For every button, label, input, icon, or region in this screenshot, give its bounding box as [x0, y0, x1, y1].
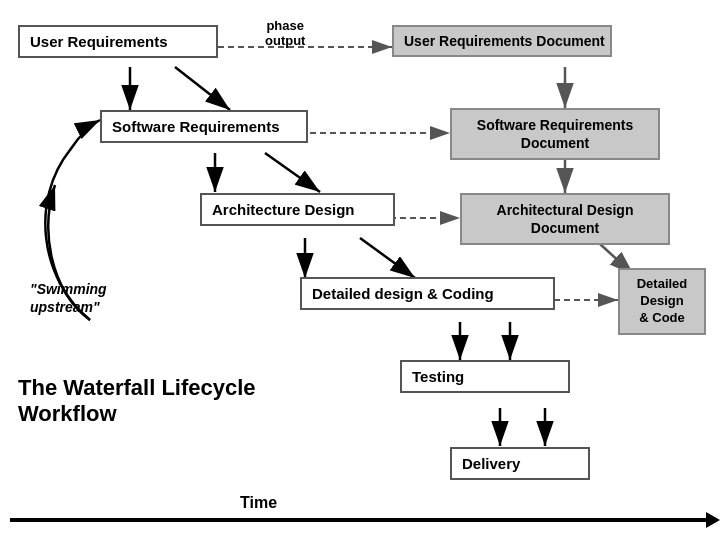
- svg-line-11: [360, 238, 415, 278]
- time-label: Time: [240, 494, 277, 512]
- diagram: phase output User Requirements User Requ…: [0, 0, 720, 540]
- testing-box: Testing: [400, 360, 570, 393]
- user-requirements-doc-box: User Requirements Document: [392, 25, 612, 57]
- user-requirements-box: User Requirements: [18, 25, 218, 58]
- detailed-design-coding-box: Detailed design & Coding: [300, 277, 555, 310]
- detailed-design-code-box: DetailedDesign& Code: [618, 268, 706, 335]
- arrows-svg: [0, 0, 720, 540]
- architectural-design-doc-box: Architectural DesignDocument: [460, 193, 670, 245]
- swimming-upstream-label: "Swimmingupstream": [30, 280, 160, 316]
- delivery-box: Delivery: [450, 447, 590, 480]
- svg-line-7: [175, 67, 230, 110]
- software-requirements-doc-box: Software RequirementsDocument: [450, 108, 660, 160]
- architecture-design-box: Architecture Design: [200, 193, 395, 226]
- timeline-arrow: [10, 518, 710, 522]
- software-requirements-box: Software Requirements: [100, 110, 308, 143]
- svg-line-9: [265, 153, 320, 192]
- phase-label: phase output: [265, 18, 305, 48]
- main-title: The Waterfall Lifecycle Workflow: [18, 375, 328, 428]
